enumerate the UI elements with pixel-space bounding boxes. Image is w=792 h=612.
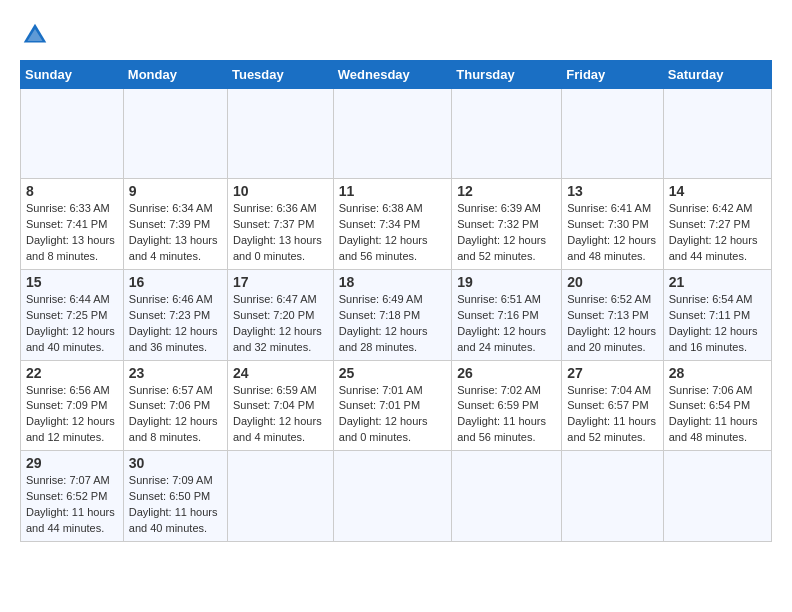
day-info: Sunrise: 6:56 AMSunset: 7:09 PMDaylight:…: [26, 383, 118, 447]
day-info: Sunrise: 7:06 AMSunset: 6:54 PMDaylight:…: [669, 383, 766, 447]
day-info: Sunrise: 6:39 AMSunset: 7:32 PMDaylight:…: [457, 201, 556, 265]
calendar-cell: 27Sunrise: 7:04 AMSunset: 6:57 PMDayligh…: [562, 360, 663, 451]
calendar-cell: 12Sunrise: 6:39 AMSunset: 7:32 PMDayligh…: [452, 179, 562, 270]
calendar-cell: 20Sunrise: 6:52 AMSunset: 7:13 PMDayligh…: [562, 269, 663, 360]
week-row-2: 8Sunrise: 6:33 AMSunset: 7:41 PMDaylight…: [21, 179, 772, 270]
day-number: 8: [26, 183, 118, 199]
day-number: 15: [26, 274, 118, 290]
col-header-friday: Friday: [562, 61, 663, 89]
day-number: 12: [457, 183, 556, 199]
day-number: 23: [129, 365, 222, 381]
calendar-cell: 22Sunrise: 6:56 AMSunset: 7:09 PMDayligh…: [21, 360, 124, 451]
calendar-cell: [227, 451, 333, 542]
calendar-table: SundayMondayTuesdayWednesdayThursdayFrid…: [20, 60, 772, 542]
col-header-saturday: Saturday: [663, 61, 771, 89]
day-number: 27: [567, 365, 657, 381]
calendar-cell: [452, 451, 562, 542]
day-number: 30: [129, 455, 222, 471]
calendar-cell: 19Sunrise: 6:51 AMSunset: 7:16 PMDayligh…: [452, 269, 562, 360]
calendar-cell: 8Sunrise: 6:33 AMSunset: 7:41 PMDaylight…: [21, 179, 124, 270]
calendar-cell: 11Sunrise: 6:38 AMSunset: 7:34 PMDayligh…: [333, 179, 451, 270]
calendar-cell: 23Sunrise: 6:57 AMSunset: 7:06 PMDayligh…: [123, 360, 227, 451]
calendar-cell: 30Sunrise: 7:09 AMSunset: 6:50 PMDayligh…: [123, 451, 227, 542]
col-header-wednesday: Wednesday: [333, 61, 451, 89]
day-info: Sunrise: 6:33 AMSunset: 7:41 PMDaylight:…: [26, 201, 118, 265]
day-info: Sunrise: 6:52 AMSunset: 7:13 PMDaylight:…: [567, 292, 657, 356]
day-number: 28: [669, 365, 766, 381]
day-number: 25: [339, 365, 446, 381]
day-number: 19: [457, 274, 556, 290]
day-number: 22: [26, 365, 118, 381]
logo: [20, 20, 54, 50]
calendar-cell: 17Sunrise: 6:47 AMSunset: 7:20 PMDayligh…: [227, 269, 333, 360]
day-number: 18: [339, 274, 446, 290]
week-row-1: [21, 89, 772, 179]
day-number: 24: [233, 365, 328, 381]
day-number: 14: [669, 183, 766, 199]
calendar-cell: [663, 89, 771, 179]
calendar-cell: 24Sunrise: 6:59 AMSunset: 7:04 PMDayligh…: [227, 360, 333, 451]
calendar-cell: 28Sunrise: 7:06 AMSunset: 6:54 PMDayligh…: [663, 360, 771, 451]
page-header: [20, 20, 772, 50]
calendar-cell: [227, 89, 333, 179]
week-row-4: 22Sunrise: 6:56 AMSunset: 7:09 PMDayligh…: [21, 360, 772, 451]
day-number: 29: [26, 455, 118, 471]
col-header-sunday: Sunday: [21, 61, 124, 89]
week-row-3: 15Sunrise: 6:44 AMSunset: 7:25 PMDayligh…: [21, 269, 772, 360]
calendar-cell: 16Sunrise: 6:46 AMSunset: 7:23 PMDayligh…: [123, 269, 227, 360]
col-header-tuesday: Tuesday: [227, 61, 333, 89]
calendar-cell: [562, 89, 663, 179]
day-number: 26: [457, 365, 556, 381]
calendar-cell: [663, 451, 771, 542]
day-info: Sunrise: 7:09 AMSunset: 6:50 PMDaylight:…: [129, 473, 222, 537]
day-info: Sunrise: 6:36 AMSunset: 7:37 PMDaylight:…: [233, 201, 328, 265]
calendar-cell: 9Sunrise: 6:34 AMSunset: 7:39 PMDaylight…: [123, 179, 227, 270]
calendar-cell: 15Sunrise: 6:44 AMSunset: 7:25 PMDayligh…: [21, 269, 124, 360]
calendar-cell: 14Sunrise: 6:42 AMSunset: 7:27 PMDayligh…: [663, 179, 771, 270]
day-info: Sunrise: 6:42 AMSunset: 7:27 PMDaylight:…: [669, 201, 766, 265]
col-header-thursday: Thursday: [452, 61, 562, 89]
day-number: 17: [233, 274, 328, 290]
week-row-5: 29Sunrise: 7:07 AMSunset: 6:52 PMDayligh…: [21, 451, 772, 542]
day-number: 16: [129, 274, 222, 290]
calendar-cell: 21Sunrise: 6:54 AMSunset: 7:11 PMDayligh…: [663, 269, 771, 360]
day-info: Sunrise: 6:57 AMSunset: 7:06 PMDaylight:…: [129, 383, 222, 447]
day-info: Sunrise: 6:54 AMSunset: 7:11 PMDaylight:…: [669, 292, 766, 356]
day-number: 21: [669, 274, 766, 290]
calendar-cell: 18Sunrise: 6:49 AMSunset: 7:18 PMDayligh…: [333, 269, 451, 360]
calendar-cell: 29Sunrise: 7:07 AMSunset: 6:52 PMDayligh…: [21, 451, 124, 542]
calendar-cell: [333, 89, 451, 179]
day-info: Sunrise: 7:02 AMSunset: 6:59 PMDaylight:…: [457, 383, 556, 447]
calendar-cell: [333, 451, 451, 542]
col-header-monday: Monday: [123, 61, 227, 89]
calendar-cell: 26Sunrise: 7:02 AMSunset: 6:59 PMDayligh…: [452, 360, 562, 451]
day-info: Sunrise: 7:04 AMSunset: 6:57 PMDaylight:…: [567, 383, 657, 447]
logo-icon: [20, 20, 50, 50]
day-number: 13: [567, 183, 657, 199]
day-info: Sunrise: 6:34 AMSunset: 7:39 PMDaylight:…: [129, 201, 222, 265]
day-info: Sunrise: 6:46 AMSunset: 7:23 PMDaylight:…: [129, 292, 222, 356]
day-info: Sunrise: 6:41 AMSunset: 7:30 PMDaylight:…: [567, 201, 657, 265]
calendar-cell: 25Sunrise: 7:01 AMSunset: 7:01 PMDayligh…: [333, 360, 451, 451]
calendar-cell: [123, 89, 227, 179]
calendar-cell: 13Sunrise: 6:41 AMSunset: 7:30 PMDayligh…: [562, 179, 663, 270]
day-info: Sunrise: 6:47 AMSunset: 7:20 PMDaylight:…: [233, 292, 328, 356]
day-info: Sunrise: 6:59 AMSunset: 7:04 PMDaylight:…: [233, 383, 328, 447]
day-info: Sunrise: 6:38 AMSunset: 7:34 PMDaylight:…: [339, 201, 446, 265]
day-number: 20: [567, 274, 657, 290]
day-info: Sunrise: 7:01 AMSunset: 7:01 PMDaylight:…: [339, 383, 446, 447]
day-info: Sunrise: 7:07 AMSunset: 6:52 PMDaylight:…: [26, 473, 118, 537]
day-number: 10: [233, 183, 328, 199]
day-number: 9: [129, 183, 222, 199]
calendar-cell: [452, 89, 562, 179]
calendar-cell: 10Sunrise: 6:36 AMSunset: 7:37 PMDayligh…: [227, 179, 333, 270]
calendar-cell: [21, 89, 124, 179]
day-info: Sunrise: 6:51 AMSunset: 7:16 PMDaylight:…: [457, 292, 556, 356]
day-number: 11: [339, 183, 446, 199]
day-info: Sunrise: 6:49 AMSunset: 7:18 PMDaylight:…: [339, 292, 446, 356]
day-info: Sunrise: 6:44 AMSunset: 7:25 PMDaylight:…: [26, 292, 118, 356]
calendar-cell: [562, 451, 663, 542]
